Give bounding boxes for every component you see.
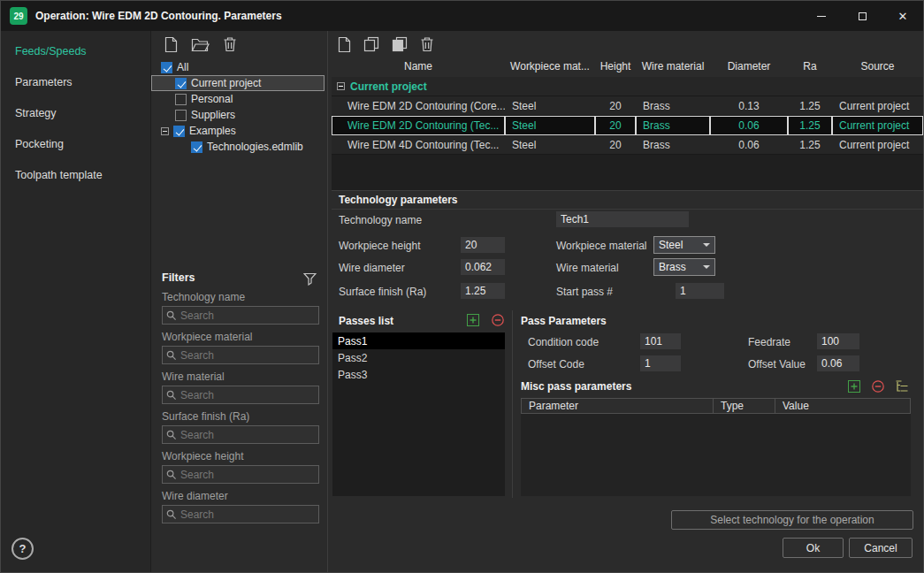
- remove-pass-button[interactable]: [492, 314, 504, 326]
- misc-table-body[interactable]: [521, 414, 911, 496]
- tree-label: All: [177, 61, 188, 73]
- workpiece-material-search[interactable]: [162, 346, 319, 364]
- table-group-row[interactable]: Current project: [332, 77, 923, 96]
- search-input[interactable]: [180, 389, 315, 401]
- tree-label: Personal: [191, 93, 233, 105]
- save-technology-button[interactable]: [392, 36, 408, 52]
- tree-item-suppliers[interactable]: Suppliers: [151, 107, 325, 123]
- workpiece-material-select[interactable]: Steel: [653, 236, 715, 254]
- column-header-diameter[interactable]: Diameter: [710, 56, 788, 77]
- sidebar-item-toolpath-template[interactable]: Toolpath template: [1, 159, 150, 190]
- wire-material-search[interactable]: [162, 386, 319, 404]
- filter-icon[interactable]: [303, 272, 317, 286]
- remove-misc-parameter-button[interactable]: [872, 380, 884, 393]
- technology-name-input[interactable]: [556, 211, 689, 227]
- delete-library-button[interactable]: [223, 36, 237, 52]
- workpiece-height-search[interactable]: [162, 465, 319, 484]
- tree-item-examples[interactable]: Examples: [151, 123, 325, 139]
- column-header-name[interactable]: Name: [332, 56, 505, 77]
- sidebar-item-parameters[interactable]: Parameters: [1, 66, 150, 97]
- table-row-selected[interactable]: Wire EDM 2D Contouring (Tec... Steel 20 …: [332, 116, 923, 135]
- misc-column-type[interactable]: Type: [714, 399, 775, 413]
- feedrate-input[interactable]: [817, 333, 859, 349]
- collapse-icon[interactable]: [161, 127, 169, 135]
- cell-height: 20: [595, 96, 636, 116]
- search-icon: [166, 470, 177, 480]
- cancel-button[interactable]: Cancel: [849, 538, 913, 558]
- operation-parameters-dialog: 29 Operation: Wire EDM 2D Contouring. Pa…: [0, 0, 924, 573]
- workpiece-height-input[interactable]: [461, 237, 505, 253]
- checkbox-checked-icon[interactable]: [173, 126, 185, 137]
- column-header-wire-material[interactable]: Wire material: [636, 56, 710, 77]
- sidebar-item-pocketing[interactable]: Pocketing: [1, 128, 150, 159]
- tree-item-current-project[interactable]: Current project: [151, 75, 325, 91]
- search-input[interactable]: [180, 349, 315, 362]
- offset-code-input[interactable]: [640, 355, 681, 371]
- pass-item[interactable]: Pass3: [332, 366, 505, 383]
- filter-label: Technology name: [162, 291, 319, 304]
- checkbox-checked-icon[interactable]: [161, 62, 172, 73]
- open-library-button[interactable]: [191, 37, 210, 52]
- surface-finish-search[interactable]: [162, 425, 319, 444]
- trash-icon: [223, 36, 237, 52]
- wire-diameter-search[interactable]: [162, 505, 319, 523]
- search-icon: [166, 310, 177, 321]
- pass-parameters-title: Pass Parameters: [521, 315, 607, 327]
- start-pass-input[interactable]: [676, 283, 724, 299]
- pass-item-selected[interactable]: Pass1: [332, 332, 505, 349]
- tree-item-technologies-edmlib[interactable]: Technologies.edmlib: [151, 139, 325, 155]
- technology-name-search[interactable]: [162, 306, 319, 325]
- ok-button[interactable]: Ok: [783, 538, 844, 558]
- checkbox-unchecked-icon[interactable]: [175, 94, 187, 105]
- table-row[interactable]: Wire EDM 2D Contouring (Core... Steel 20…: [332, 96, 923, 116]
- minimize-button[interactable]: [801, 1, 842, 31]
- add-misc-parameter-button[interactable]: [848, 380, 860, 393]
- checkbox-checked-icon[interactable]: [191, 141, 202, 153]
- column-header-source[interactable]: Source: [832, 56, 923, 77]
- column-header-height[interactable]: Height: [595, 56, 636, 77]
- library-toolbar: [164, 35, 237, 53]
- wire-material-select[interactable]: Brass: [653, 258, 715, 276]
- select-technology-button[interactable]: Select technology for the operation: [671, 510, 913, 530]
- misc-column-value[interactable]: Value: [775, 399, 910, 413]
- column-header-ra[interactable]: Ra: [788, 56, 832, 77]
- misc-column-parameter[interactable]: Parameter: [522, 399, 714, 413]
- tree-item-personal[interactable]: Personal: [151, 91, 325, 107]
- sidebar: Feeds/Speeds Parameters Strategy Pocketi…: [1, 31, 151, 572]
- search-icon: [166, 350, 177, 361]
- pass-item[interactable]: Pass2: [332, 349, 505, 366]
- delete-technology-button[interactable]: [420, 36, 434, 52]
- parameter-tree-button[interactable]: [895, 379, 909, 393]
- maximize-button[interactable]: [842, 1, 882, 31]
- library-panel: All Current project Personal Suppliers E…: [151, 31, 328, 572]
- tree-item-all[interactable]: All: [151, 59, 325, 75]
- offset-value-input[interactable]: [817, 355, 859, 371]
- sidebar-item-feeds-speeds[interactable]: Feeds/Speeds: [1, 35, 150, 66]
- minus-icon: [872, 380, 884, 393]
- table-row[interactable]: Wire EDM 4D Contouring (Tec... Steel 20 …: [332, 135, 923, 155]
- column-header-workpiece-material[interactable]: Workpiece mat...: [505, 56, 595, 77]
- close-button[interactable]: ✕: [882, 1, 923, 31]
- new-technology-button[interactable]: [337, 36, 351, 53]
- search-icon: [166, 430, 177, 440]
- surface-finish-input[interactable]: [461, 283, 505, 299]
- workpiece-material-label: Workpiece material: [556, 240, 646, 252]
- filter-label: Workpiece material: [162, 331, 319, 344]
- plus-icon: [467, 314, 479, 326]
- checkbox-unchecked-icon[interactable]: [175, 110, 187, 121]
- help-button[interactable]: ?: [11, 538, 34, 560]
- search-input[interactable]: [180, 508, 315, 521]
- search-input[interactable]: [180, 309, 315, 322]
- condition-code-input[interactable]: [640, 333, 681, 349]
- new-file-icon: [337, 36, 351, 53]
- cell-name: Wire EDM 2D Contouring (Core...: [332, 96, 505, 116]
- copy-technology-button[interactable]: [363, 36, 379, 52]
- sidebar-item-strategy[interactable]: Strategy: [1, 97, 150, 128]
- search-input[interactable]: [180, 469, 315, 481]
- new-library-button[interactable]: [164, 36, 178, 53]
- collapse-icon[interactable]: [337, 82, 345, 90]
- checkbox-checked-icon[interactable]: [175, 78, 187, 89]
- wire-diameter-input[interactable]: [461, 259, 505, 275]
- add-pass-button[interactable]: [467, 314, 479, 326]
- search-input[interactable]: [180, 429, 315, 441]
